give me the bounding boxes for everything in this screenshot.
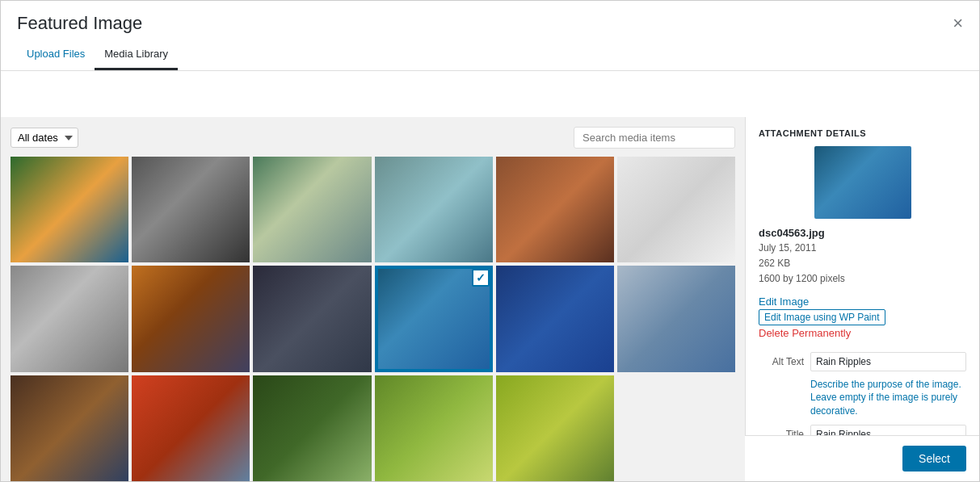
attachment-sidebar: ATTACHMENT DETAILS dsc04563.jpg July 15,… bbox=[745, 117, 979, 481]
edit-image-link[interactable]: Edit Image bbox=[759, 295, 966, 308]
thumbnail-image bbox=[814, 146, 911, 219]
media-item[interactable] bbox=[11, 375, 128, 481]
modal-footer: Select bbox=[745, 435, 979, 481]
attachment-thumbnail bbox=[746, 146, 979, 227]
file-size: 262 KB bbox=[759, 256, 966, 271]
edit-wp-paint-button[interactable]: Edit Image using WP Paint bbox=[759, 309, 885, 325]
file-name: dsc04563.jpg bbox=[759, 227, 966, 239]
alt-text-row: Alt Text bbox=[759, 352, 966, 371]
search-input[interactable] bbox=[574, 127, 735, 149]
media-item[interactable] bbox=[253, 157, 371, 262]
media-item[interactable] bbox=[375, 157, 493, 262]
tab-bar: Upload Files Media Library bbox=[1, 40, 979, 71]
media-grid bbox=[1, 157, 745, 481]
toolbar: All dates 2011 2012 2013 bbox=[1, 127, 745, 157]
alt-text-help-suffix: Leave empty if the image is purely decor… bbox=[810, 392, 957, 417]
file-date: July 15, 2011 bbox=[759, 241, 966, 256]
alt-text-label: Alt Text bbox=[759, 352, 804, 367]
media-item[interactable] bbox=[617, 157, 735, 262]
media-area: All dates 2011 2012 2013 bbox=[1, 117, 745, 481]
media-item[interactable] bbox=[132, 375, 250, 481]
featured-image-modal: Featured Image × Upload Files Media Libr… bbox=[0, 0, 980, 482]
alt-text-help-container: Describe the purpose of the image. Leave… bbox=[810, 378, 966, 418]
media-item[interactable] bbox=[496, 157, 614, 262]
media-item[interactable] bbox=[11, 266, 128, 371]
modal-header: Featured Image × bbox=[1, 1, 979, 44]
media-item[interactable] bbox=[132, 157, 250, 262]
close-icon[interactable]: × bbox=[953, 15, 963, 42]
media-item[interactable] bbox=[496, 375, 614, 481]
media-item[interactable] bbox=[11, 157, 128, 262]
selected-check-badge bbox=[472, 269, 490, 287]
media-item[interactable] bbox=[375, 375, 493, 481]
media-item[interactable] bbox=[617, 266, 735, 371]
alt-text-help-link[interactable]: Describe the purpose of the image. bbox=[810, 379, 961, 390]
media-item[interactable] bbox=[253, 266, 371, 371]
modal-body: All dates 2011 2012 2013 bbox=[1, 117, 979, 481]
attachment-info: dsc04563.jpg July 15, 2011 262 KB 1600 b… bbox=[746, 227, 979, 294]
media-item-selected[interactable] bbox=[375, 266, 493, 371]
alt-text-input[interactable] bbox=[810, 352, 966, 371]
date-filter-select[interactable]: All dates 2011 2012 2013 bbox=[11, 128, 78, 148]
file-dimensions: 1600 by 1200 pixels bbox=[759, 271, 966, 287]
select-button[interactable]: Select bbox=[902, 446, 966, 472]
tab-media-library[interactable]: Media Library bbox=[95, 40, 178, 70]
delete-permanently-link[interactable]: Delete Permanently bbox=[759, 327, 966, 339]
attachment-details-header: ATTACHMENT DETAILS bbox=[746, 117, 979, 146]
media-item[interactable] bbox=[496, 266, 614, 371]
tab-upload[interactable]: Upload Files bbox=[17, 40, 95, 70]
attachment-actions: Edit Image Edit Image using WP Paint Del… bbox=[746, 294, 979, 346]
media-item[interactable] bbox=[132, 266, 250, 371]
media-item[interactable] bbox=[253, 375, 371, 481]
